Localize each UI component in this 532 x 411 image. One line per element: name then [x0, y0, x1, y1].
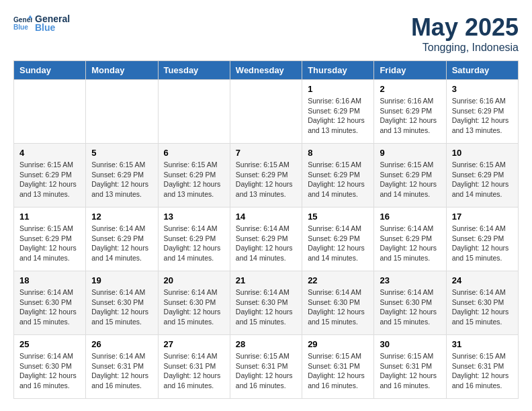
day-info: Sunrise: 6:14 AM Sunset: 6:29 PM Dayligh…: [308, 224, 368, 263]
day-number: 16: [380, 212, 440, 222]
day-number: 15: [308, 212, 368, 222]
calendar-cell: 27Sunrise: 6:14 AM Sunset: 6:31 PM Dayli…: [158, 335, 230, 399]
day-info: Sunrise: 6:15 AM Sunset: 6:29 PM Dayligh…: [19, 160, 80, 199]
day-info: Sunrise: 6:14 AM Sunset: 6:30 PM Dayligh…: [19, 351, 80, 391]
day-number: 12: [91, 212, 152, 222]
day-number: 28: [236, 339, 296, 349]
weekday-header-monday: Monday: [86, 61, 158, 80]
day-info: Sunrise: 6:14 AM Sunset: 6:30 PM Dayligh…: [308, 287, 368, 327]
calendar-cell: 6Sunrise: 6:15 AM Sunset: 6:29 PM Daylig…: [158, 144, 230, 208]
day-info: Sunrise: 6:15 AM Sunset: 6:29 PM Dayligh…: [19, 224, 80, 263]
calendar-cell: 1Sunrise: 6:16 AM Sunset: 6:29 PM Daylig…: [302, 80, 374, 144]
day-number: 22: [308, 275, 368, 285]
calendar-table: SundayMondayTuesdayWednesdayThursdayFrid…: [13, 60, 519, 399]
calendar-cell: [86, 80, 158, 144]
weekday-header-wednesday: Wednesday: [230, 61, 302, 80]
calendar-cell: 28Sunrise: 6:15 AM Sunset: 6:31 PM Dayli…: [230, 335, 302, 399]
day-info: Sunrise: 6:16 AM Sunset: 6:29 PM Dayligh…: [308, 96, 368, 136]
calendar-cell: 21Sunrise: 6:14 AM Sunset: 6:30 PM Dayli…: [230, 271, 302, 335]
calendar-cell: 17Sunrise: 6:14 AM Sunset: 6:29 PM Dayli…: [446, 208, 518, 271]
weekday-header-sunday: Sunday: [14, 61, 86, 80]
month-year: May 2025: [411, 13, 519, 42]
day-info: Sunrise: 6:15 AM Sunset: 6:29 PM Dayligh…: [236, 160, 296, 199]
day-number: 4: [19, 148, 80, 158]
calendar-cell: 14Sunrise: 6:14 AM Sunset: 6:29 PM Dayli…: [230, 208, 302, 271]
calendar-cell: 9Sunrise: 6:15 AM Sunset: 6:29 PM Daylig…: [374, 144, 446, 208]
calendar-cell: 13Sunrise: 6:14 AM Sunset: 6:29 PM Dayli…: [158, 208, 230, 271]
day-number: 13: [164, 212, 224, 222]
day-number: 26: [91, 339, 152, 349]
logo-icon: General Blue: [13, 14, 32, 33]
day-info: Sunrise: 6:14 AM Sunset: 6:30 PM Dayligh…: [91, 287, 152, 327]
day-number: 2: [380, 84, 440, 94]
calendar-cell: 31Sunrise: 6:15 AM Sunset: 6:31 PM Dayli…: [446, 335, 518, 399]
calendar-cell: 4Sunrise: 6:15 AM Sunset: 6:29 PM Daylig…: [14, 144, 86, 208]
day-number: 23: [380, 275, 440, 285]
day-info: Sunrise: 6:15 AM Sunset: 6:31 PM Dayligh…: [236, 351, 296, 391]
day-number: 21: [236, 275, 296, 285]
calendar-cell: 16Sunrise: 6:14 AM Sunset: 6:29 PM Dayli…: [374, 208, 446, 271]
calendar-cell: [158, 80, 230, 144]
day-info: Sunrise: 6:14 AM Sunset: 6:30 PM Dayligh…: [19, 287, 80, 327]
day-number: 29: [308, 339, 368, 349]
day-info: Sunrise: 6:16 AM Sunset: 6:29 PM Dayligh…: [452, 96, 513, 136]
calendar-cell: 5Sunrise: 6:15 AM Sunset: 6:29 PM Daylig…: [86, 144, 158, 208]
day-number: 24: [452, 275, 513, 285]
title-block: May 2025 Tongging, Indonesia: [411, 13, 519, 54]
page-header: General Blue General Blue May 2025 Tongg…: [13, 13, 519, 54]
day-number: 1: [308, 84, 368, 94]
day-number: 17: [452, 212, 513, 222]
day-number: 9: [380, 148, 440, 158]
day-info: Sunrise: 6:14 AM Sunset: 6:30 PM Dayligh…: [236, 287, 296, 327]
calendar-cell: 18Sunrise: 6:14 AM Sunset: 6:30 PM Dayli…: [14, 271, 86, 335]
weekday-header-saturday: Saturday: [446, 61, 518, 80]
day-number: 18: [19, 275, 80, 285]
day-info: Sunrise: 6:14 AM Sunset: 6:30 PM Dayligh…: [164, 287, 224, 327]
day-number: 5: [91, 148, 152, 158]
calendar-cell: 10Sunrise: 6:15 AM Sunset: 6:29 PM Dayli…: [446, 144, 518, 208]
day-info: Sunrise: 6:14 AM Sunset: 6:29 PM Dayligh…: [91, 224, 152, 263]
day-info: Sunrise: 6:15 AM Sunset: 6:31 PM Dayligh…: [380, 351, 440, 391]
calendar-cell: 30Sunrise: 6:15 AM Sunset: 6:31 PM Dayli…: [374, 335, 446, 399]
week-row-2: 4Sunrise: 6:15 AM Sunset: 6:29 PM Daylig…: [14, 144, 519, 208]
day-number: 11: [19, 212, 80, 222]
week-row-1: 1Sunrise: 6:16 AM Sunset: 6:29 PM Daylig…: [14, 80, 519, 144]
weekday-header-row: SundayMondayTuesdayWednesdayThursdayFrid…: [14, 61, 519, 80]
calendar-cell: 15Sunrise: 6:14 AM Sunset: 6:29 PM Dayli…: [302, 208, 374, 271]
day-number: 8: [308, 148, 368, 158]
day-number: 27: [164, 339, 224, 349]
calendar-cell: [14, 80, 86, 144]
day-number: 30: [380, 339, 440, 349]
day-info: Sunrise: 6:14 AM Sunset: 6:29 PM Dayligh…: [236, 224, 296, 263]
weekday-header-thursday: Thursday: [302, 61, 374, 80]
weekday-header-friday: Friday: [374, 61, 446, 80]
calendar-cell: 11Sunrise: 6:15 AM Sunset: 6:29 PM Dayli…: [14, 208, 86, 271]
calendar-cell: 20Sunrise: 6:14 AM Sunset: 6:30 PM Dayli…: [158, 271, 230, 335]
day-number: 3: [452, 84, 513, 94]
calendar-cell: 26Sunrise: 6:14 AM Sunset: 6:31 PM Dayli…: [86, 335, 158, 399]
calendar-cell: 19Sunrise: 6:14 AM Sunset: 6:30 PM Dayli…: [86, 271, 158, 335]
calendar-cell: 23Sunrise: 6:14 AM Sunset: 6:30 PM Dayli…: [374, 271, 446, 335]
day-info: Sunrise: 6:16 AM Sunset: 6:29 PM Dayligh…: [380, 96, 440, 136]
day-info: Sunrise: 6:14 AM Sunset: 6:29 PM Dayligh…: [452, 224, 513, 263]
calendar-cell: 8Sunrise: 6:15 AM Sunset: 6:29 PM Daylig…: [302, 144, 374, 208]
calendar-cell: 24Sunrise: 6:14 AM Sunset: 6:30 PM Dayli…: [446, 271, 518, 335]
day-info: Sunrise: 6:14 AM Sunset: 6:29 PM Dayligh…: [164, 224, 224, 263]
calendar-cell: 22Sunrise: 6:14 AM Sunset: 6:30 PM Dayli…: [302, 271, 374, 335]
day-number: 14: [236, 212, 296, 222]
week-row-4: 18Sunrise: 6:14 AM Sunset: 6:30 PM Dayli…: [14, 271, 519, 335]
calendar-cell: [230, 80, 302, 144]
week-row-5: 25Sunrise: 6:14 AM Sunset: 6:30 PM Dayli…: [14, 335, 519, 399]
day-info: Sunrise: 6:15 AM Sunset: 6:29 PM Dayligh…: [308, 160, 368, 199]
calendar-cell: 29Sunrise: 6:15 AM Sunset: 6:31 PM Dayli…: [302, 335, 374, 399]
location: Tongging, Indonesia: [411, 42, 519, 54]
day-number: 20: [164, 275, 224, 285]
day-info: Sunrise: 6:15 AM Sunset: 6:29 PM Dayligh…: [164, 160, 224, 199]
day-info: Sunrise: 6:14 AM Sunset: 6:31 PM Dayligh…: [164, 351, 224, 391]
day-number: 10: [452, 148, 513, 158]
day-info: Sunrise: 6:14 AM Sunset: 6:30 PM Dayligh…: [380, 287, 440, 327]
day-number: 31: [452, 339, 513, 349]
day-info: Sunrise: 6:14 AM Sunset: 6:29 PM Dayligh…: [380, 224, 440, 263]
day-info: Sunrise: 6:15 AM Sunset: 6:31 PM Dayligh…: [452, 351, 513, 391]
day-info: Sunrise: 6:15 AM Sunset: 6:29 PM Dayligh…: [452, 160, 513, 199]
